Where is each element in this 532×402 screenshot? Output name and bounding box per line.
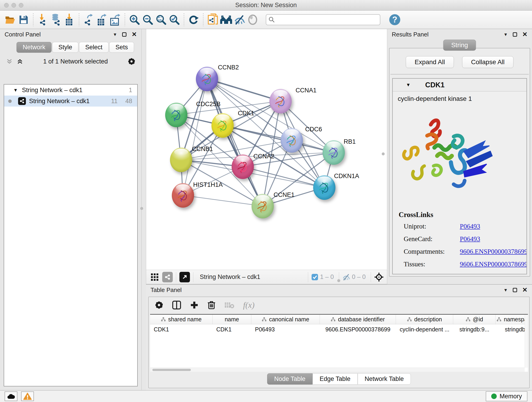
memory-button[interactable]: Memory (486, 391, 527, 401)
float-panel-icon[interactable]: ▼ (504, 32, 508, 37)
network-overview-icon[interactable] (162, 272, 173, 282)
hide-selected-button[interactable] (233, 12, 246, 27)
tab-node-table[interactable]: Node Table (267, 373, 312, 385)
column-header-name[interactable]: name (213, 315, 251, 324)
expand-all-button[interactable]: Expand All (406, 56, 454, 68)
tab-network[interactable]: Network (17, 42, 51, 53)
collapse-all-icon[interactable] (6, 58, 13, 65)
import-network-database-button[interactable] (50, 12, 63, 27)
export-image-button[interactable] (109, 12, 122, 27)
horizontal-scrollbar[interactable] (150, 368, 525, 372)
column-header-id[interactable]: @id (453, 315, 496, 324)
crosslink-tissues[interactable]: 9606.ENSP00000378699 (460, 260, 527, 268)
edge-CCNB2-HIST1H1A[interactable] (183, 79, 207, 195)
edge-CCNB2-CCNA1[interactable] (207, 79, 280, 101)
collapse-all-button[interactable]: Collapse All (462, 56, 513, 68)
scrollbar-thumb[interactable] (152, 369, 191, 371)
horizontal-splitter-handle[interactable] (337, 279, 340, 282)
gene-header[interactable]: ▼ CDK1 (393, 79, 526, 91)
network-node-rb1[interactable] (323, 140, 345, 165)
close-panel-icon[interactable]: ✕ (132, 32, 137, 38)
gear-icon[interactable] (128, 57, 135, 65)
tab-style[interactable]: Style (52, 42, 78, 53)
fit-content-icon[interactable] (374, 272, 384, 282)
detach-view-icon[interactable] (179, 272, 190, 282)
minimize-window-button[interactable] (12, 3, 16, 7)
window-controls[interactable] (4, 3, 23, 7)
crosslink-uniprot[interactable]: P06493 (460, 223, 527, 230)
string-results-container: Expand All Collapse All ▼ CDK1 cyclin-de… (389, 48, 530, 277)
save-session-button[interactable] (17, 12, 30, 27)
selected-nodes-icon[interactable] (311, 274, 318, 281)
expand-all-icon[interactable] (17, 58, 23, 65)
vertical-splitter-handle[interactable] (140, 207, 143, 210)
hidden-items-icon[interactable] (342, 273, 350, 281)
refresh-button[interactable] (187, 12, 200, 27)
column-header-canonicalname[interactable]: canonical name (251, 315, 320, 324)
crosslink-genecard[interactable]: P06493 (460, 235, 527, 243)
network-node-cdkn1a[interactable] (313, 175, 336, 200)
crosslink-pharos[interactable]: P06493 (460, 273, 527, 274)
new-network-from-selection-button[interactable] (206, 12, 220, 27)
open-session-button[interactable] (4, 12, 17, 27)
network-node-ccnb1[interactable] (170, 148, 192, 172)
gene-collapse-icon[interactable]: ▼ (406, 82, 411, 88)
show-columns-icon[interactable] (172, 300, 181, 310)
maximize-window-button[interactable] (19, 3, 23, 7)
maximize-panel-icon[interactable] (513, 288, 517, 292)
maximize-panel-icon[interactable] (122, 32, 127, 37)
import-network-file-button[interactable] (36, 12, 50, 27)
network-node-ccna1[interactable] (269, 89, 292, 114)
grid-view-icon[interactable] (149, 272, 160, 282)
gear-icon[interactable] (155, 301, 163, 309)
network-node-cdc25b[interactable] (165, 103, 187, 127)
network-row[interactable]: String Network – cdk1 11 48 (4, 96, 137, 107)
edge-CCNE1-HIST1H1A[interactable] (183, 195, 263, 206)
float-panel-icon[interactable]: ▼ (113, 32, 117, 37)
delete-table-icon (224, 301, 234, 309)
zoom-fit-button[interactable] (154, 12, 168, 27)
network-node-cdc6[interactable] (281, 128, 303, 153)
network-node-ccne1[interactable] (252, 194, 274, 218)
close-panel-icon[interactable]: ✕ (522, 287, 527, 293)
tab-select[interactable]: Select (79, 42, 109, 53)
import-table-button[interactable] (63, 12, 76, 27)
crosslink-compartments[interactable]: 9606.ENSP00000378699 (460, 248, 527, 255)
collection-expand-icon[interactable]: ▼ (13, 88, 18, 93)
zoom-in-button[interactable] (128, 12, 141, 27)
tab-network-table[interactable]: Network Table (358, 373, 411, 385)
network-node-cdk1[interactable] (211, 113, 234, 138)
zoom-out-button[interactable] (141, 12, 154, 27)
close-window-button[interactable] (4, 3, 9, 7)
network-node-ccna2[interactable] (232, 154, 254, 179)
cell-id: stringdb:9... (453, 326, 496, 333)
network-node-ccnb2[interactable] (196, 67, 218, 91)
export-network-button[interactable] (82, 12, 95, 27)
network-canvas[interactable]: CCNB2 CCNA1 CDC25B CDK1 CDC6 RB1 CCNB1 C… (146, 29, 387, 270)
vertical-scrollbar[interactable] (525, 315, 528, 368)
column-header-databaseidentifier[interactable]: database identifier (320, 315, 396, 324)
zoom-selected-button[interactable] (168, 12, 181, 27)
help-button[interactable]: ? (388, 12, 401, 27)
table-row[interactable]: CDK1CDK1P064939606.ENSP00000378699cyclin… (150, 324, 528, 334)
tab-string[interactable]: String (443, 40, 476, 51)
network-node-hist1h1a[interactable] (172, 183, 194, 208)
search-input[interactable] (277, 16, 378, 23)
tab-edge-table[interactable]: Edge Table (312, 373, 358, 385)
column-header-namespace[interactable]: namespace (496, 315, 528, 324)
show-all-button[interactable] (246, 12, 259, 27)
add-column-icon[interactable] (190, 301, 199, 309)
maximize-panel-icon[interactable] (513, 32, 517, 37)
export-table-button[interactable] (95, 12, 109, 27)
houses-icon[interactable] (220, 12, 233, 27)
vertical-splitter-handle[interactable] (382, 153, 385, 155)
warnings-button[interactable] (21, 391, 34, 401)
column-header-description[interactable]: description (396, 315, 453, 324)
close-panel-icon[interactable]: ✕ (522, 32, 527, 38)
cloud-status-button[interactable] (5, 391, 17, 401)
network-collection-row[interactable]: ▼ String Network – cdk1 1 (4, 85, 137, 96)
float-panel-icon[interactable]: ▼ (504, 288, 508, 292)
delete-column-icon[interactable] (207, 300, 215, 310)
tab-sets[interactable]: Sets (109, 42, 134, 53)
column-header-sharedname[interactable]: shared name (150, 315, 213, 324)
